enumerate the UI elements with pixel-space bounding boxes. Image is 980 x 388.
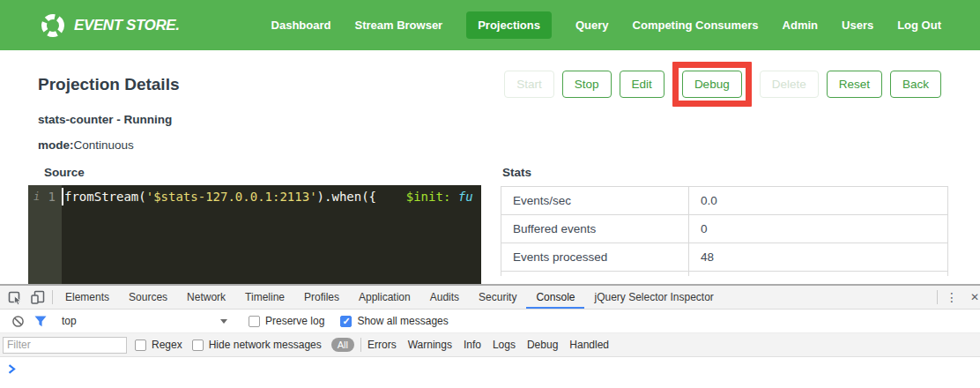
- table-row-partial: [501, 272, 948, 276]
- stat-value: 0: [688, 215, 947, 243]
- console-filter-bar: Regex Hide network messages All Errors W…: [0, 333, 980, 357]
- source-code-editor[interactable]: i 1 fromStream('$stats-127.0.0.1:2113').…: [28, 185, 481, 287]
- delete-button[interactable]: Delete: [760, 71, 819, 98]
- code-segment-keyword: fu: [450, 190, 472, 204]
- console-prompt[interactable]: [0, 357, 980, 388]
- mode-label: mode:: [38, 138, 74, 152]
- filter-level-info[interactable]: Info: [464, 339, 481, 351]
- filter-level-warnings[interactable]: Warnings: [408, 339, 452, 351]
- table-row: Buffered events 0: [501, 215, 948, 243]
- reset-button[interactable]: Reset: [827, 71, 882, 98]
- source-label: Source: [28, 166, 481, 180]
- stat-value: 0.0: [688, 187, 947, 215]
- nav-query[interactable]: Query: [575, 19, 609, 32]
- brand[interactable]: EVENT STORE.: [40, 12, 180, 39]
- action-buttons: Start Stop Edit Debug Delete Reset Back: [504, 62, 941, 107]
- editor-gutter: i 1: [28, 185, 62, 287]
- nav-stream-browser[interactable]: Stream Browser: [354, 19, 442, 32]
- start-button[interactable]: Start: [504, 71, 554, 98]
- tab-audits[interactable]: Audits: [420, 286, 469, 309]
- nav-projections[interactable]: Projections: [466, 11, 552, 39]
- stat-name: Events/sec: [501, 187, 689, 215]
- mode-value: Continuous: [74, 138, 134, 152]
- devtools-panel: Elements Sources Network Timeline Profil…: [0, 284, 980, 388]
- tab-timeline[interactable]: Timeline: [235, 286, 294, 309]
- console-toolbar: top Preserve log Show all messages: [0, 310, 980, 333]
- tab-application[interactable]: Application: [349, 286, 420, 309]
- nav-dashboard[interactable]: Dashboard: [271, 19, 331, 32]
- editor-caret: [62, 188, 63, 205]
- main-content: Projection Details Start Stop Edit Debug…: [0, 62, 980, 287]
- tab-security[interactable]: Security: [469, 286, 526, 309]
- stat-value: 48: [688, 243, 947, 272]
- filter-level-debug[interactable]: Debug: [527, 339, 558, 351]
- stats-table: Events/sec 0.0 Buffered events 0 Events …: [501, 186, 948, 276]
- filter-level-errors[interactable]: Errors: [368, 339, 397, 351]
- nav-competing-consumers[interactable]: Competing Consumers: [633, 19, 759, 32]
- code-segment: fromStream(: [64, 190, 146, 204]
- devtools-tabbar: Elements Sources Network Timeline Profil…: [0, 286, 980, 310]
- stat-name: Buffered events: [501, 215, 689, 243]
- code-segment-property: $init:: [406, 190, 451, 204]
- devtools-menu-icon[interactable]: ⋮: [940, 286, 963, 309]
- tab-sources[interactable]: Sources: [119, 286, 177, 309]
- stats-label: Stats: [501, 166, 948, 180]
- nav-log-out[interactable]: Log Out: [897, 19, 941, 32]
- stop-button[interactable]: Stop: [562, 71, 612, 98]
- event-store-logo-icon: [40, 12, 66, 39]
- table-row: Events/sec 0.0: [501, 187, 948, 215]
- debug-button[interactable]: Debug: [682, 71, 742, 98]
- chevron-down-icon: [220, 319, 227, 324]
- divider: [360, 338, 361, 352]
- regex-checkbox[interactable]: [135, 340, 146, 351]
- devtools-close-icon[interactable]: ✕: [963, 286, 980, 309]
- filter-level-handled[interactable]: Handled: [569, 339, 609, 351]
- code-segment: ).when({: [317, 190, 406, 204]
- preserve-log-checkbox[interactable]: [249, 316, 260, 327]
- device-toolbar-icon[interactable]: [26, 286, 49, 309]
- inspect-element-icon[interactable]: [4, 286, 26, 309]
- nav-admin[interactable]: Admin: [783, 19, 818, 32]
- app-header: EVENT STORE. Dashboard Stream Browser Pr…: [0, 0, 980, 50]
- context-value: top: [62, 315, 77, 327]
- table-row: Events processed 48: [501, 243, 948, 272]
- nav-users[interactable]: Users: [842, 19, 873, 32]
- tab-console[interactable]: Console: [526, 286, 584, 309]
- show-all-messages-checkbox[interactable]: [340, 316, 352, 327]
- editor-code-area[interactable]: fromStream('$stats-127.0.0.1:2113').when…: [62, 185, 481, 287]
- main-nav: Dashboard Stream Browser Projections Que…: [271, 11, 941, 39]
- edit-button[interactable]: Edit: [620, 71, 664, 98]
- regex-label: Regex: [152, 339, 182, 351]
- filter-all-badge[interactable]: All: [331, 338, 354, 352]
- debug-highlight-annotation: Debug: [672, 62, 752, 107]
- hide-network-messages-checkbox[interactable]: [192, 340, 204, 351]
- console-prompt-icon: [8, 364, 16, 374]
- hide-network-messages-label: Hide network messages: [209, 339, 322, 351]
- clear-console-icon[interactable]: [6, 310, 29, 332]
- divider: [937, 290, 938, 304]
- console-filter-icon[interactable]: [29, 310, 52, 332]
- execution-context-selector[interactable]: top: [62, 315, 234, 327]
- projection-mode: mode:Continuous: [38, 138, 942, 152]
- filter-input[interactable]: [3, 337, 127, 354]
- tab-network[interactable]: Network: [177, 286, 235, 309]
- tab-profiles[interactable]: Profiles: [294, 286, 349, 309]
- line-number: 1: [48, 188, 56, 205]
- filter-level-logs[interactable]: Logs: [493, 339, 516, 351]
- code-segment-string: '$stats-127.0.0.1:2113': [146, 190, 317, 204]
- divider: [52, 290, 53, 304]
- code-line: fromStream('$stats-127.0.0.1:2113').when…: [64, 188, 473, 287]
- gutter-info-icon: i: [33, 188, 40, 205]
- stats-section: Stats Events/sec 0.0 Buffered events 0 E…: [501, 166, 948, 287]
- stat-name: Events processed: [501, 243, 689, 272]
- page-title: Projection Details: [38, 75, 180, 94]
- show-all-messages-label: Show all messages: [357, 315, 448, 327]
- back-button[interactable]: Back: [890, 71, 941, 98]
- brand-text: EVENT STORE.: [74, 17, 180, 34]
- projection-status: stats-counter - Running: [38, 113, 942, 126]
- source-section: Source i 1 fromStream('$stats-127.0.0.1:…: [28, 166, 481, 287]
- tab-elements[interactable]: Elements: [56, 286, 119, 309]
- tab-jquery-selector-inspector[interactable]: jQuery Selector Inspector: [584, 286, 723, 309]
- preserve-log-label: Preserve log: [265, 315, 324, 327]
